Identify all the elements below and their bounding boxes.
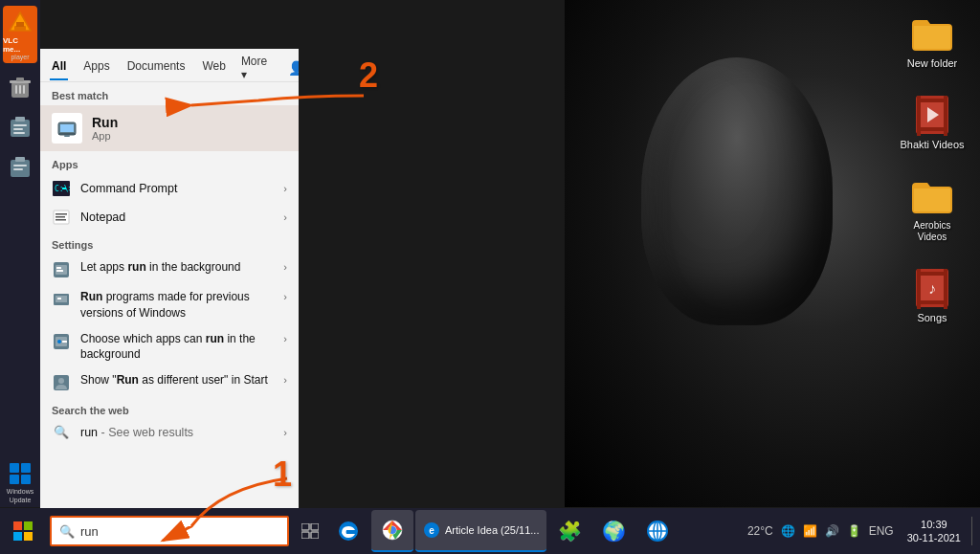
app-command-prompt[interactable]: C:\> Command Prompt › — [40, 174, 299, 203]
start-menu-tabs: All Apps Documents Web More ▾ 👤 ⋯ — [40, 49, 299, 82]
web-search-arrow: › — [283, 427, 287, 438]
svg-rect-60 — [13, 521, 22, 530]
tab-documents[interactable]: Documents — [125, 55, 188, 80]
settings-arrow2: › — [283, 291, 287, 302]
svg-rect-66 — [301, 532, 309, 539]
setting-user-text: Show "Run as different user" in Start — [80, 372, 274, 388]
svg-rect-12 — [917, 300, 947, 304]
svg-rect-45 — [56, 216, 65, 218]
tray-lang[interactable]: ENG — [867, 524, 896, 538]
svg-rect-33 — [21, 463, 31, 473]
show-desktop-button[interactable] — [961, 508, 980, 554]
taskbar-edge[interactable] — [327, 510, 369, 552]
tab-more[interactable]: More ▾ — [241, 55, 267, 81]
svg-rect-44 — [56, 213, 67, 215]
taskbar-puzzle[interactable]: 🧩 — [548, 510, 590, 552]
taskbar-article[interactable]: e Article Idea (25/11... — [415, 510, 546, 552]
svg-rect-31 — [13, 168, 23, 170]
vlc-app[interactable]: VLC me... player — [3, 6, 37, 63]
desktop-icon-new-folder[interactable]: New folder — [894, 10, 970, 74]
svg-rect-5 — [917, 127, 947, 131]
recycle-bin-icon[interactable] — [3, 69, 37, 103]
best-match-run[interactable]: Run App — [40, 105, 299, 151]
svg-rect-42 — [62, 188, 66, 189]
desktop-icon-area: New folder Bhakti Videos — [894, 10, 970, 329]
desktop-icon-aerobics[interactable]: AerobicsVideos — [894, 172, 970, 247]
search-input[interactable] — [80, 524, 279, 539]
svg-rect-26 — [13, 128, 23, 130]
notepad-label: Notepad — [80, 211, 274, 224]
notepad-icon — [52, 208, 71, 227]
tab-all[interactable]: All — [50, 55, 68, 80]
svg-rect-34 — [10, 475, 19, 484]
desktop-icon-bhakti[interactable]: Bhakti Videos — [894, 91, 970, 155]
svg-rect-11 — [917, 272, 947, 276]
best-match-title: Run — [92, 115, 118, 130]
web-search-label: run - See web results — [80, 426, 274, 439]
setting-compat-text: Run programs made for previous versions … — [80, 289, 274, 321]
svg-rect-16 — [16, 22, 24, 27]
tab-web[interactable]: Web — [200, 55, 227, 80]
clock-date: 30-11-2021 — [907, 531, 961, 544]
desktop-icon-new-folder-label: New folder — [907, 57, 958, 70]
cmd-arrow: › — [283, 183, 287, 194]
svg-rect-29 — [15, 157, 25, 162]
setting-choose-background-apps[interactable]: Choose which apps can run in the backgro… — [40, 326, 299, 368]
run-app-icon — [52, 113, 82, 144]
tab-apps[interactable]: Apps — [81, 55, 111, 80]
start-button[interactable] — [0, 508, 46, 554]
search-web-icon: 🔍 — [52, 425, 71, 439]
svg-rect-38 — [58, 133, 76, 135]
apps-section-header: Apps — [40, 151, 299, 174]
taskbar-chrome[interactable] — [371, 510, 413, 552]
svg-rect-62 — [13, 532, 22, 541]
svg-rect-64 — [301, 523, 309, 530]
settings-arrow1: › — [283, 261, 287, 273]
tray-battery[interactable]: 🔋 — [845, 524, 863, 538]
settings-arrow4: › — [283, 374, 287, 386]
bhakti-icon — [912, 95, 952, 135]
best-match-text: Run App — [92, 115, 118, 142]
svg-rect-63 — [24, 532, 33, 541]
tray-wifi[interactable]: 📶 — [801, 524, 819, 538]
tray-network[interactable]: 🌐 — [779, 524, 797, 538]
tray-volume[interactable]: 🔊 — [823, 524, 841, 538]
setting-previous-windows[interactable]: Run programs made for previous versions … — [40, 284, 299, 326]
start-menu: All Apps Documents Web More ▾ 👤 ⋯ Best m… — [40, 49, 299, 508]
tray-weather[interactable]: 22°C — [746, 524, 775, 538]
taskbar: 🔍 — [0, 508, 980, 554]
web-search-item[interactable]: 🔍 run - See web results › — [40, 420, 299, 444]
taskbar-clock[interactable]: 10:39 30-11-2021 — [907, 518, 961, 545]
taskbar-search-bar[interactable]: 🔍 — [50, 516, 289, 546]
notepad-arrow: › — [283, 211, 287, 223]
clipboard-icon2[interactable] — [3, 149, 37, 184]
desktop-icon-songs[interactable]: ♪ Songs — [894, 264, 970, 328]
setting-run-different-user[interactable]: Show "Run as different user" in Start › — [40, 367, 299, 397]
desktop-icon-bhakti-label: Bhakti Videos — [900, 139, 964, 151]
svg-rect-30 — [13, 165, 27, 166]
svg-rect-39 — [64, 135, 70, 137]
setting-choose-text: Choose which apps can run in the backgro… — [80, 331, 274, 364]
svg-text:e: e — [429, 525, 434, 536]
web-search-header: Search the web — [40, 397, 299, 420]
songs-icon: ♪ — [912, 268, 952, 308]
taskbar-browser[interactable] — [636, 510, 679, 552]
clipboard-icon1[interactable] — [3, 109, 37, 144]
svg-rect-32 — [10, 463, 19, 473]
aerobics-icon — [912, 176, 952, 216]
person-icon[interactable]: 👤 — [288, 60, 299, 76]
svg-rect-19 — [16, 78, 24, 81]
task-view-button[interactable] — [293, 514, 327, 548]
svg-point-59 — [58, 378, 64, 384]
best-match-header: Best match — [40, 82, 299, 105]
setting-background-run[interactable]: Let apps run in the background › — [40, 255, 299, 284]
clock-time: 10:39 — [921, 518, 947, 531]
svg-rect-24 — [15, 117, 25, 122]
windows-update-icon[interactable]: WindowsUpdate — [3, 459, 37, 507]
svg-text:♪: ♪ — [928, 280, 936, 297]
desktop-icon-aerobics-label: AerobicsVideos — [914, 220, 951, 243]
svg-rect-53 — [57, 298, 61, 299]
svg-rect-25 — [13, 124, 27, 126]
taskbar-globe[interactable]: 🌍 — [592, 510, 635, 552]
app-notepad[interactable]: Notepad › — [40, 203, 299, 232]
